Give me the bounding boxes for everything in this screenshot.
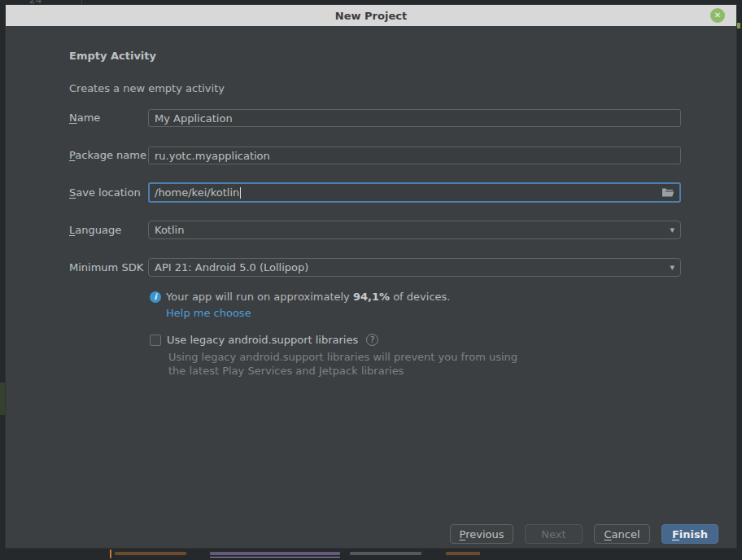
save-location-label: Save location: [69, 186, 141, 199]
name-label: Name: [69, 112, 100, 124]
chevron-down-icon: ▾: [670, 225, 674, 235]
legacy-note-line1: Using legacy android.support libraries w…: [168, 351, 517, 363]
code-fragment-underline: [210, 557, 340, 558]
package-name-value: ru.yotc.myapplication: [155, 150, 270, 162]
legacy-libraries-label: Use legacy android.support libraries: [167, 334, 358, 346]
finish-button[interactable]: Finish: [661, 524, 718, 544]
language-value: Kotlin: [155, 224, 184, 236]
minimum-sdk-dropdown[interactable]: API 21: Android 5.0 (Lollipop) ▾: [148, 258, 681, 277]
code-fragment: [350, 552, 421, 555]
code-fragment: [446, 552, 480, 555]
cancel-button[interactable]: Cancel: [594, 524, 650, 544]
name-input[interactable]: My Application: [148, 109, 681, 127]
sdk-info-text: Your app will run on approximately 94,1%…: [166, 291, 450, 303]
save-location-value: /home/kei/kotlin: [155, 186, 239, 199]
code-fragment: [210, 552, 340, 555]
minimum-sdk-label: Minimum SDK: [69, 261, 143, 273]
code-fragment: [110, 549, 111, 558]
help-me-choose-link[interactable]: Help me choose: [166, 307, 251, 319]
code-fragment: [115, 552, 186, 555]
previous-button[interactable]: Previous: [450, 524, 513, 544]
page-title: Empty Activity: [69, 50, 156, 62]
device-percentage: 94,1%: [353, 291, 390, 303]
info-icon: i: [150, 291, 161, 303]
next-button: Next: [525, 524, 583, 544]
browse-folder-button[interactable]: [661, 187, 674, 198]
chevron-down-icon: ▾: [670, 262, 674, 273]
package-name-input[interactable]: ru.yotc.myapplication: [148, 147, 681, 164]
legacy-libraries-row: Use legacy android.support libraries ?: [150, 334, 378, 346]
screen: 24 New Project ✕ Empty Activity Creates …: [0, 0, 742, 560]
help-icon[interactable]: ?: [366, 334, 378, 346]
close-icon[interactable]: ✕: [710, 8, 725, 23]
editor-scroll-mark-right: [737, 23, 740, 28]
editor-scroll-mark-left: [0, 383, 6, 415]
dialog-title: New Project: [335, 10, 407, 22]
dialog-titlebar[interactable]: New Project ✕: [6, 5, 736, 26]
legacy-libraries-checkbox[interactable]: [150, 335, 161, 346]
language-dropdown[interactable]: Kotlin ▾: [148, 221, 681, 239]
editor-code-strip: [0, 548, 742, 560]
folder-icon: [661, 187, 674, 198]
legacy-note-line2: the latest Play Services and Jetpack lib…: [168, 365, 404, 377]
package-name-label: Package name: [69, 149, 146, 161]
language-label: Language: [69, 224, 121, 236]
save-location-input[interactable]: /home/kei/kotlin: [148, 182, 681, 203]
name-value: My Application: [155, 112, 233, 125]
text-caret: [240, 187, 241, 199]
sdk-info-row: i Your app will run on approximately 94,…: [150, 291, 450, 303]
minimum-sdk-value: API 21: Android 5.0 (Lollipop): [155, 261, 308, 273]
new-project-dialog: New Project ✕ Empty Activity Creates a n…: [6, 5, 736, 548]
page-subtitle: Creates a new empty activity: [69, 82, 225, 94]
dialog-button-row: Previous Next Cancel Finish: [450, 524, 718, 544]
